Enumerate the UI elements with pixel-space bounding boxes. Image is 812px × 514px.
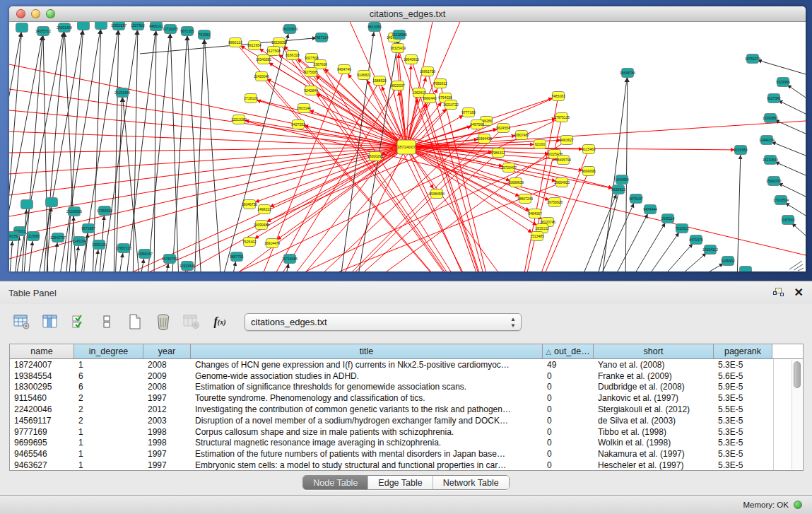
close-panel-icon[interactable]: ✕ [794, 288, 804, 298]
table-cell: 5.3E-5 [714, 393, 772, 403]
node-label: 20206556 [66, 209, 82, 214]
status-bar: Memory: OK [0, 495, 812, 514]
zoom-window-icon[interactable] [46, 9, 55, 18]
table-settings-icon[interactable] [13, 313, 31, 331]
column-header-pagerank[interactable]: pagerank [714, 344, 772, 358]
table-row[interactable]: 946554611997Estimation of the future num… [10, 448, 803, 460]
table-cell: 0 [543, 393, 594, 403]
column-header-title[interactable]: title [191, 344, 543, 358]
node-label: 6466161 [149, 24, 163, 28]
table-row[interactable]: 977716911998Corpus callosum shape and si… [10, 426, 803, 438]
table-panel-titlebar: Table Panel ✕ [0, 281, 812, 304]
table-cell: Estimation of the future numbers of pati… [191, 449, 543, 459]
function-builder-icon[interactable]: f(x) [211, 313, 229, 331]
citation-edge-black [114, 25, 119, 271]
table-cell: 9699695 [10, 438, 74, 448]
column-header-in_degree[interactable]: in_degree [74, 344, 143, 358]
node-label: 7485063 [551, 94, 565, 98]
table-cell: 14569117 [10, 416, 74, 426]
network-canvas[interactable]: 1872400788601238912954182260589127508818… [9, 22, 806, 271]
table-cell: Embryonic stem cells: a model to study s… [191, 460, 543, 470]
node-label: 15718485 [282, 257, 298, 261]
column-header-short[interactable]: short [594, 344, 714, 358]
tab-node-table[interactable]: Node Table [303, 476, 368, 489]
table-grid-line [773, 359, 774, 470]
node-label: 9484067 [528, 211, 542, 216]
window-titlebar[interactable]: citations_edges.txt [9, 6, 806, 22]
node-label: 62160 [535, 142, 545, 146]
table-cell: 0 [543, 449, 594, 459]
citation-edge-black [629, 218, 668, 271]
scrollbar-thumb[interactable] [794, 361, 801, 388]
close-window-icon[interactable] [16, 9, 25, 18]
tab-edge-table[interactable]: Edge Table [368, 476, 433, 489]
new-table-icon[interactable] [126, 313, 144, 331]
delete-column-icon[interactable] [182, 313, 201, 331]
citation-edge-red [9, 147, 406, 195]
node-label: 18640910 [404, 57, 419, 62]
node-label: 1498222 [257, 207, 271, 211]
node-label: 1640954 [615, 177, 629, 182]
column-header-out_de[interactable]: △out_de… [543, 344, 594, 358]
traffic-lights [16, 9, 55, 18]
table-cell: 5.3E-5 [714, 438, 772, 448]
vertical-scrollbar[interactable] [792, 360, 802, 469]
canvas-resize-grip[interactable] [789, 261, 804, 271]
table-cell: 9115460 [10, 393, 74, 403]
citation-edge-black [625, 73, 628, 271]
graph-node[interactable] [46, 198, 58, 207]
tab-network-table[interactable]: Network Table [433, 476, 509, 489]
column-header-year[interactable]: year [143, 344, 191, 358]
table-row[interactable]: 1872400712008Changes of HCN gene express… [10, 359, 803, 370]
table-cell: 2 [74, 416, 143, 426]
graph-node[interactable] [78, 22, 90, 30]
node-label: 8813054 [367, 25, 382, 29]
node-label: 16782759 [162, 257, 177, 261]
table-row[interactable]: 2242004622012Investigating the contribut… [10, 404, 803, 415]
table-row[interactable]: 969969511998Structural magnetic resonanc… [10, 438, 803, 449]
table-selector-combobox[interactable]: citations_edges.txt ▲▼ [245, 313, 522, 331]
citation-edge-black [194, 35, 204, 271]
node-label: 1145194 [72, 239, 86, 243]
table-cell: 5.6E-5 [714, 371, 772, 381]
node-label: 18724007 [397, 145, 416, 149]
graph-node[interactable] [16, 23, 28, 33]
graph-node[interactable] [740, 267, 752, 272]
table-body: 1872400712008Changes of HCN gene express… [10, 359, 803, 471]
memory-status-icon[interactable] [794, 501, 802, 509]
table-row[interactable]: 946362711997Embryonic stem cells: a mode… [10, 460, 803, 471]
table-cell: 0 [543, 438, 594, 448]
node-label: 17957223 [116, 246, 131, 250]
citation-edge-black [737, 150, 741, 271]
node-label: 1505135 [92, 243, 106, 247]
node-label: 9463627 [560, 138, 574, 142]
minimize-window-icon[interactable] [31, 9, 40, 18]
delete-table-icon[interactable] [154, 313, 172, 331]
table-cell: 1997 [143, 393, 191, 403]
table-cell: 2012 [143, 404, 191, 414]
node-label: 12093882 [763, 116, 778, 120]
node-label: 9127508 [266, 49, 281, 53]
node-label: 19384554 [429, 192, 445, 196]
graph-node[interactable] [21, 200, 33, 209]
table-panel: Table Panel ✕ f(x) citations_edge [0, 281, 812, 514]
combobox-stepper-icon: ▲▼ [510, 316, 516, 329]
row-display-icon[interactable] [98, 313, 116, 331]
table-row[interactable]: 1456911722003Disruption of a novel membe… [10, 415, 803, 426]
select-attributes-icon[interactable] [69, 313, 88, 331]
table-cell: 1997 [143, 460, 191, 470]
table-cell: 1 [74, 438, 143, 448]
column-visibility-icon[interactable] [41, 313, 59, 331]
table-row[interactable]: 1938455462009Genome-wide association stu… [10, 370, 803, 382]
table-selector-value: citations_edges.txt [251, 317, 327, 327]
table-row[interactable]: 911546021997Tourette syndrome. Phenomeno… [10, 392, 803, 404]
node-label: 8186328 [286, 53, 300, 57]
column-header-name[interactable]: name [10, 344, 74, 358]
table-cell: 2008 [143, 382, 191, 392]
table-cell: 1997 [143, 449, 191, 459]
table-cell: Hescheler et al. (1997) [594, 460, 714, 470]
graph-node[interactable] [95, 22, 107, 30]
table-row[interactable]: 1830029562008Estimation of significance … [10, 382, 803, 393]
float-panel-icon[interactable] [773, 288, 784, 298]
node-label: 8454749 [337, 67, 351, 71]
